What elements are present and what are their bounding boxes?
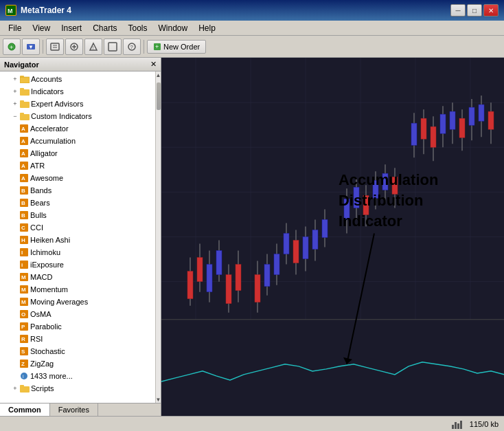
tree-item-ichimoku[interactable]: I Ichimoku: [0, 246, 155, 258]
bands-icon: B: [19, 186, 29, 195]
toolbar-btn-4[interactable]: [65, 38, 83, 55]
ichimoku-icon: I: [19, 247, 29, 257]
tree-item-cci[interactable]: C CCI: [0, 221, 155, 234]
bulls-label: Bulls: [30, 211, 47, 219]
tree-item-awesome[interactable]: A Awesome: [0, 172, 155, 184]
chart-area[interactable]: Accumulation Distribution Indicator: [161, 58, 504, 416]
tree-item-accelerator[interactable]: A Accelerator: [0, 122, 155, 135]
navigator-title: Navigator: [4, 60, 39, 69]
momentum-label: Momentum: [30, 285, 68, 294]
tree-item-bulls[interactable]: B Bulls: [0, 209, 155, 221]
toolbar-btn-1[interactable]: +: [3, 38, 21, 55]
navigator-close-button[interactable]: ✕: [150, 60, 157, 69]
ci-folder-icon: [20, 111, 30, 121]
svg-text:C: C: [21, 225, 25, 231]
accounts-folder-icon: [20, 74, 30, 84]
svg-rect-98: [255, 275, 260, 302]
svg-text:+: +: [10, 44, 13, 51]
tree-item-heiken-ashi[interactable]: H Heiken Ashi: [0, 234, 155, 246]
menu-window[interactable]: Window: [153, 22, 194, 34]
svg-text:M: M: [21, 287, 26, 293]
tree-item-bands[interactable]: B Bands: [0, 184, 155, 197]
tree-item-indicators[interactable]: + Indicators: [0, 85, 155, 98]
iexposure-label: iExposure: [30, 261, 64, 269]
svg-rect-25: [20, 100, 24, 102]
memory-usage: 115/0 kb: [470, 420, 499, 428]
atr-icon: A: [19, 161, 29, 170]
menu-file[interactable]: File: [3, 22, 27, 34]
alligator-label: Alligator: [30, 149, 58, 157]
svg-rect-128: [421, 118, 426, 139]
svg-text:!: !: [93, 45, 94, 50]
title-bar: M MetaTrader 4 ─ □ ✕: [0, 0, 504, 21]
close-button[interactable]: ✕: [483, 4, 499, 16]
toolbar-btn-2[interactable]: ▼: [22, 38, 40, 55]
menu-insert[interactable]: Insert: [56, 22, 87, 34]
tree-item-osma[interactable]: O OsMA: [0, 308, 155, 320]
menu-tools[interactable]: Tools: [123, 22, 153, 34]
tab-common[interactable]: Common: [0, 404, 50, 416]
tree-item-more[interactable]: i 1433 more...: [0, 370, 155, 382]
tree-item-rsi[interactable]: R RSI: [0, 333, 155, 345]
toolbar-btn-5[interactable]: !: [84, 38, 102, 55]
menu-help[interactable]: Help: [193, 22, 221, 34]
menu-charts[interactable]: Charts: [87, 22, 122, 34]
tree-item-accounts[interactable]: + Accounts: [0, 73, 155, 85]
ichimoku-label: Ichimoku: [30, 248, 60, 256]
tree-item-alligator[interactable]: A Alligator: [0, 147, 155, 159]
atr-label: ATR: [30, 162, 45, 170]
moving-averages-icon: M: [19, 297, 29, 307]
ea-label: Expert Advisors: [31, 100, 83, 108]
tree-item-scripts[interactable]: + Scripts: [0, 382, 155, 395]
svg-text:H: H: [21, 237, 25, 243]
svg-text:P: P: [21, 324, 25, 330]
ci-label: Custom Indicators: [31, 112, 92, 120]
toolbar-btn-6[interactable]: [104, 38, 122, 55]
svg-rect-138: [469, 107, 474, 125]
tree-item-bears[interactable]: B Bears: [0, 197, 155, 209]
svg-text:?: ?: [130, 44, 134, 50]
toolbar-separator-2: [144, 40, 144, 54]
svg-text:M: M: [21, 274, 26, 280]
new-order-button[interactable]: + New Order: [147, 40, 206, 54]
maximize-button[interactable]: □: [467, 4, 482, 16]
tree-item-moving-averages[interactable]: M Moving Averages: [0, 296, 155, 308]
svg-text:R: R: [21, 336, 25, 342]
macd-label: MACD: [30, 273, 52, 281]
accumulation-label: Accumulation: [30, 137, 76, 145]
indicators-label: Indicators: [31, 87, 64, 96]
zigzag-label: ZigZag: [30, 360, 54, 368]
tree-item-stochastic[interactable]: S Stochastic: [0, 345, 155, 357]
tree-item-momentum[interactable]: M Momentum: [0, 283, 155, 296]
svg-rect-100: [264, 265, 270, 287]
alligator-icon: A: [19, 148, 29, 158]
tree-item-atr[interactable]: A ATR: [0, 159, 155, 172]
toolbar-btn-3[interactable]: [46, 38, 64, 55]
svg-text:▼: ▼: [28, 44, 34, 50]
tree-item-custom-indicators[interactable]: − Custom Indicators: [0, 110, 155, 122]
nav-scrollbar[interactable]: ▲ ▼: [155, 71, 161, 403]
menu-view[interactable]: View: [27, 22, 56, 34]
tree-item-macd[interactable]: M MACD: [0, 271, 155, 283]
tree-item-expert-advisors[interactable]: + Expert Advisors: [0, 98, 155, 110]
macd-icon: M: [19, 272, 29, 282]
ea-folder-icon: [20, 99, 30, 109]
svg-point-68: [21, 373, 27, 379]
svg-text:i: i: [21, 262, 23, 268]
svg-rect-70: [20, 386, 30, 393]
tree-item-zigzag[interactable]: Z ZigZag: [0, 357, 155, 370]
tree-item-accumulation[interactable]: A Accumulation: [0, 135, 155, 147]
svg-rect-110: [312, 230, 318, 249]
toolbar-separator-1: [43, 40, 43, 54]
svg-text:A: A: [21, 175, 25, 181]
svg-text:A: A: [21, 163, 25, 169]
minimize-button[interactable]: ─: [450, 4, 466, 16]
svg-rect-136: [459, 118, 465, 137]
toolbar-btn-7[interactable]: ?: [123, 38, 141, 55]
svg-rect-26: [20, 114, 30, 120]
tree-item-parabolic[interactable]: P Parabolic: [0, 320, 155, 333]
tree-item-iexposure[interactable]: i iExposure: [0, 258, 155, 271]
tab-favorites[interactable]: Favorites: [50, 404, 98, 416]
svg-rect-22: [20, 89, 30, 96]
bears-label: Bears: [30, 199, 50, 207]
